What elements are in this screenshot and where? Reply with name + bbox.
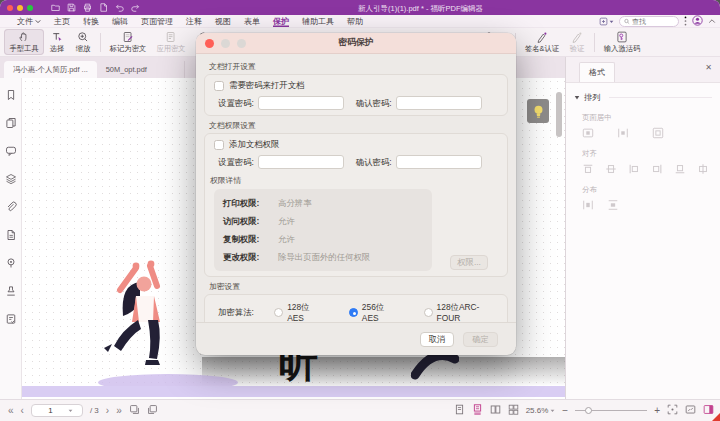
- require-password-checkbox[interactable]: 需要密码来打开文档: [214, 80, 498, 91]
- open-file-icon[interactable]: [51, 3, 60, 12]
- first-page-icon[interactable]: «: [8, 406, 14, 416]
- center-horizontal-icon[interactable]: [582, 127, 594, 139]
- sign-certify-button[interactable]: 签名&认证: [520, 29, 564, 55]
- align-right-icon[interactable]: [651, 163, 663, 175]
- perm-confirm-password-input[interactable]: [396, 155, 482, 169]
- document-tab-active[interactable]: 冯小惠-个人简历.pdf ...: [4, 61, 97, 78]
- menu-protect[interactable]: 保护: [273, 15, 289, 27]
- menu-page-management[interactable]: 页面管理: [141, 15, 173, 27]
- minimize-window-button[interactable]: [17, 5, 23, 11]
- fullscreen-icon[interactable]: [685, 404, 696, 417]
- menu-view[interactable]: 视图: [215, 15, 231, 27]
- zoom-out-icon[interactable]: −: [562, 405, 568, 416]
- bookmark-icon[interactable]: [5, 89, 17, 101]
- ok-button[interactable]: 确定: [463, 332, 498, 347]
- search-box[interactable]: [619, 16, 679, 27]
- apply-redact-button[interactable]: 应用密文: [151, 29, 191, 55]
- prev-page-icon[interactable]: ‹: [21, 406, 24, 416]
- aes128-radio[interactable]: 128位AES: [274, 302, 323, 322]
- permissions-button[interactable]: 权限...: [450, 255, 488, 270]
- align-top-icon[interactable]: [582, 163, 594, 175]
- next-view-icon[interactable]: [147, 404, 158, 417]
- zoom-slider[interactable]: [575, 407, 647, 414]
- print-icon[interactable]: [83, 3, 92, 12]
- attachments-icon[interactable]: [5, 201, 17, 213]
- document-icon[interactable]: [5, 229, 17, 241]
- collapse-toolbar-icon[interactable]: [708, 17, 716, 26]
- align-middle-icon[interactable]: [605, 163, 617, 175]
- comments-icon[interactable]: [5, 145, 17, 157]
- zoom-level-dropdown[interactable]: 25.6%: [526, 406, 556, 415]
- checkbox-icon[interactable]: [214, 140, 224, 150]
- menu-help[interactable]: 帮助: [347, 15, 363, 27]
- mark-redact-button[interactable]: 标记为密文: [105, 29, 151, 55]
- add-permission-checkbox[interactable]: 添加文档权限: [214, 139, 498, 150]
- menu-edit[interactable]: 编辑: [112, 15, 128, 27]
- close-window-button[interactable]: [7, 5, 13, 11]
- menu-accessibility[interactable]: 辅助工具: [302, 15, 334, 27]
- menu-file[interactable]: 文件: [17, 15, 41, 27]
- menu-form[interactable]: 表单: [244, 15, 260, 27]
- radio-icon[interactable]: [424, 308, 433, 317]
- document-tab[interactable]: 50M_opt.pdf: [97, 61, 185, 78]
- verify-button[interactable]: 验证: [564, 29, 590, 55]
- menu-comment[interactable]: 注释: [186, 15, 202, 27]
- page-number-box[interactable]: [31, 404, 83, 417]
- open-set-password-input[interactable]: [258, 96, 344, 110]
- layers-icon[interactable]: [5, 173, 17, 185]
- next-page-icon[interactable]: ›: [106, 406, 109, 416]
- continuous-view-icon[interactable]: [472, 404, 483, 417]
- previous-view-icon[interactable]: [129, 404, 140, 417]
- open-confirm-password-input[interactable]: [396, 96, 482, 110]
- zoom-in-icon[interactable]: +: [654, 405, 660, 416]
- thumbnails-icon[interactable]: [5, 117, 17, 129]
- more-options-icon[interactable]: [684, 16, 687, 28]
- zoom-tool-button[interactable]: 缩放: [70, 29, 96, 55]
- format-tab[interactable]: 格式: [579, 62, 615, 82]
- single-page-view-icon[interactable]: [454, 404, 465, 417]
- cancel-button[interactable]: 取消: [420, 332, 455, 347]
- menu-convert[interactable]: 转换: [83, 15, 99, 27]
- last-page-icon[interactable]: »: [116, 406, 122, 416]
- collapse-caret-icon: [574, 95, 580, 100]
- continuous-facing-view-icon[interactable]: [508, 404, 519, 417]
- arcfour128-radio[interactable]: 128位ARC-FOUR: [424, 302, 498, 322]
- distribute-horizontal-icon[interactable]: [582, 199, 594, 211]
- checkbox-icon[interactable]: [214, 81, 224, 91]
- select-tool-button[interactable]: 选择: [44, 29, 70, 55]
- align-center-icon[interactable]: [697, 163, 709, 175]
- activation-code-button[interactable]: 输入激活码: [599, 29, 645, 55]
- page-number-input[interactable]: [40, 406, 60, 415]
- menu-home[interactable]: 主页: [54, 15, 70, 27]
- fit-page-icon[interactable]: [667, 404, 678, 417]
- note-annotation[interactable]: [527, 99, 549, 123]
- facing-view-icon[interactable]: [490, 404, 501, 417]
- search-input[interactable]: [632, 18, 674, 25]
- align-left-icon[interactable]: [628, 163, 640, 175]
- destinations-icon[interactable]: [5, 257, 17, 269]
- undo-icon[interactable]: [115, 3, 124, 12]
- account-avatar[interactable]: [692, 15, 703, 28]
- hand-tool-button[interactable]: 手型工具: [4, 29, 44, 55]
- app-window: 新人引导(1)(1).pdf * - 福昕PDF编辑器 文件 主页 转换 编辑 …: [0, 0, 720, 421]
- distribute-vertical-icon[interactable]: [607, 199, 619, 211]
- radio-icon[interactable]: [274, 308, 283, 317]
- signature-icon[interactable]: [5, 285, 17, 297]
- zoom-window-button[interactable]: [27, 5, 33, 11]
- arrange-section-header[interactable]: 排列: [574, 92, 712, 103]
- perm-set-password-input[interactable]: [258, 155, 344, 169]
- new-document-icon[interactable]: [99, 3, 108, 12]
- redact-mark-icon: [122, 31, 134, 43]
- save-icon[interactable]: [67, 3, 76, 12]
- close-panel-icon[interactable]: ✕: [705, 64, 712, 72]
- zoom-slider-knob[interactable]: [585, 407, 592, 414]
- find-options-icon[interactable]: [599, 17, 614, 26]
- center-vertical-icon[interactable]: [617, 127, 629, 139]
- radio-selected-icon[interactable]: [349, 308, 358, 317]
- form-fields-icon[interactable]: [5, 313, 17, 325]
- align-bottom-icon[interactable]: [674, 163, 686, 175]
- center-both-icon[interactable]: [652, 127, 664, 139]
- redo-icon[interactable]: [131, 3, 140, 12]
- vertical-scrollbar[interactable]: [556, 92, 562, 137]
- aes256-radio[interactable]: 256位AES: [349, 302, 398, 322]
